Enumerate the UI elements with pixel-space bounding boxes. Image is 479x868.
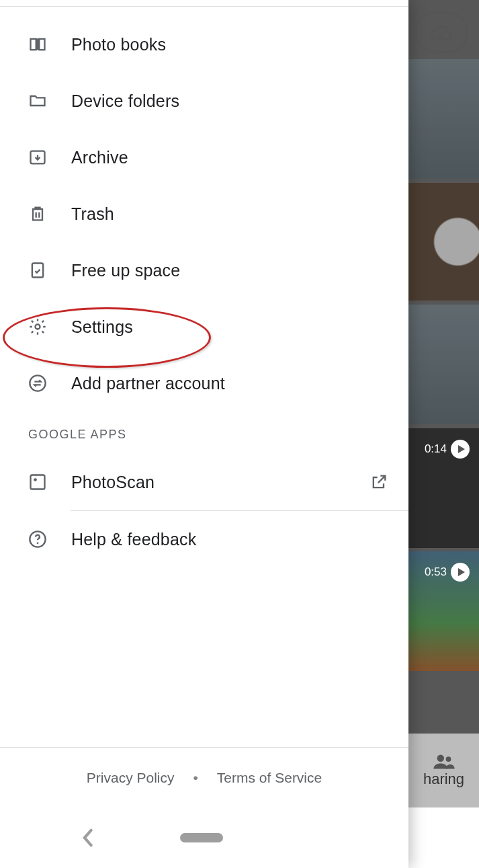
menu-label: Help & feedback bbox=[71, 530, 196, 549]
section-header-google-apps: GOOGLE APPS bbox=[0, 411, 408, 454]
divider bbox=[0, 0, 408, 7]
archive-icon bbox=[28, 148, 47, 167]
people-icon bbox=[433, 753, 455, 771]
svg-point-4 bbox=[36, 325, 40, 329]
menu-item-archive[interactable]: Archive bbox=[0, 129, 408, 186]
folder-icon bbox=[28, 91, 47, 110]
drawer-menu: Photo books Device folders Archive Trash bbox=[0, 7, 408, 747]
cloud-check-icon bbox=[429, 24, 453, 41]
menu-item-trash[interactable]: Trash bbox=[0, 186, 408, 242]
privacy-policy-link[interactable]: Privacy Policy bbox=[87, 770, 175, 786]
video-duration: 0:53 bbox=[425, 563, 470, 582]
play-icon bbox=[451, 563, 470, 582]
back-button[interactable] bbox=[81, 828, 94, 847]
svg-point-5 bbox=[30, 375, 45, 391]
bottom-nav-sharing[interactable]: haring bbox=[408, 734, 479, 807]
menu-item-photo-books[interactable]: Photo books bbox=[0, 16, 408, 73]
video-duration: 0:14 bbox=[425, 440, 470, 459]
menu-label: Device folders bbox=[71, 91, 179, 111]
external-link-icon bbox=[369, 473, 388, 491]
svg-point-9 bbox=[37, 542, 39, 544]
play-icon bbox=[451, 440, 470, 459]
navigation-drawer: Photo books Device folders Archive Trash bbox=[0, 0, 408, 868]
menu-label: Settings bbox=[71, 317, 133, 337]
svg-rect-3 bbox=[32, 264, 43, 278]
svg-point-1 bbox=[445, 756, 451, 762]
help-icon bbox=[28, 530, 47, 549]
drawer-footer: Privacy Policy • Terms of Service bbox=[0, 747, 408, 807]
menu-label: Free up space bbox=[71, 261, 180, 280]
menu-item-add-partner[interactable]: Add partner account bbox=[0, 355, 408, 411]
home-gesture-pill[interactable] bbox=[180, 833, 223, 842]
trash-icon bbox=[28, 204, 47, 223]
free-up-space-icon bbox=[28, 261, 47, 280]
cloud-backup-button[interactable] bbox=[415, 12, 468, 52]
menu-label: PhotoScan bbox=[71, 473, 155, 492]
menu-label: Photo books bbox=[71, 35, 166, 54]
terms-of-service-link[interactable]: Terms of Service bbox=[217, 770, 322, 786]
svg-rect-6 bbox=[31, 475, 45, 489]
photoscan-icon bbox=[28, 473, 47, 491]
menu-label: Archive bbox=[71, 148, 128, 167]
separator-dot: • bbox=[193, 770, 198, 786]
menu-label: Add partner account bbox=[71, 374, 225, 393]
system-nav-bar bbox=[0, 807, 408, 868]
menu-item-help-feedback[interactable]: Help & feedback bbox=[0, 511, 408, 567]
menu-item-settings[interactable]: Settings bbox=[0, 299, 408, 355]
svg-point-0 bbox=[437, 755, 443, 762]
photo-books-icon bbox=[28, 35, 47, 54]
menu-item-free-up-space[interactable]: Free up space bbox=[0, 242, 408, 299]
system-nav-background bbox=[408, 807, 479, 868]
menu-label: Trash bbox=[71, 204, 114, 224]
menu-item-photoscan[interactable]: PhotoScan bbox=[0, 454, 408, 510]
swap-icon bbox=[28, 374, 47, 393]
svg-point-7 bbox=[34, 478, 37, 481]
menu-item-device-folders[interactable]: Device folders bbox=[0, 73, 408, 129]
gear-icon bbox=[28, 317, 47, 336]
